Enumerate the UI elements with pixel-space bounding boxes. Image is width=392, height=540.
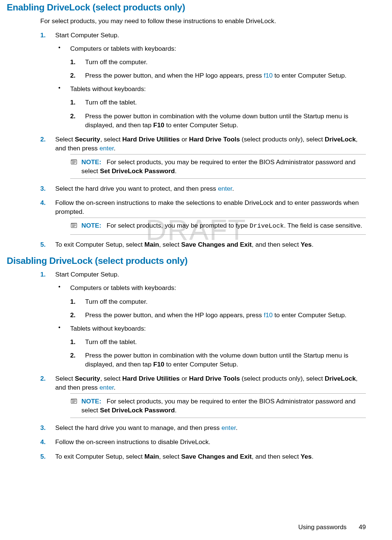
sub-step: 1. Turn off the tablet. — [70, 98, 366, 107]
note-label: NOTE: — [81, 397, 101, 405]
sub-step-number: 2. — [70, 351, 75, 360]
note-icon — [70, 158, 78, 168]
key-enter: enter — [99, 384, 113, 391]
step-text: To exit Computer Setup, select Main, sel… — [55, 241, 314, 248]
key-f10-bold: F10 — [153, 121, 165, 129]
key-f10: f10 — [264, 72, 273, 79]
step-number: 1. — [40, 270, 46, 279]
sub-step-text: Press the power button in combination wi… — [85, 352, 348, 368]
step-text: Start Computer Setup. — [55, 271, 119, 278]
sub-step-number: 1. — [70, 98, 75, 107]
step-text: Follow the on-screen instructions to mak… — [55, 199, 359, 215]
bullet-label: Tablets without keyboards: — [70, 85, 146, 93]
key-f10-bold: F10 — [153, 360, 165, 368]
note-text: NOTE:For select products, you may be pro… — [81, 221, 366, 231]
bullet-keyboard: Computers or tablets with keyboards: 1. … — [55, 283, 366, 319]
sub-step-number: 1. — [70, 337, 75, 346]
step-number: 2. — [40, 135, 46, 144]
key-enter: enter — [221, 424, 236, 431]
step-text: Select Security, select Hard Drive Utili… — [55, 135, 358, 152]
bullet-label: Computers or tablets with keyboards: — [70, 45, 176, 52]
sub-step: 1. Turn off the tablet. — [70, 337, 366, 346]
sub-step-text: Press the power button in combination wi… — [85, 112, 348, 129]
sub-step: 2. Press the power button, and when the … — [70, 71, 366, 80]
note-block: NOTE:For select products, you may be req… — [70, 393, 366, 418]
disable-step-2: 2. Select Security, select Hard Drive Ut… — [40, 374, 366, 418]
page-footer: Using passwords 49 — [298, 524, 366, 531]
sub-step: 2. Press the power button in combination… — [70, 112, 366, 129]
key-enter: enter — [218, 185, 232, 192]
enable-step-2: 2. Select Security, select Hard Drive Ut… — [40, 135, 366, 179]
heading-enabling: Enabling DriveLock (select products only… — [7, 2, 366, 13]
note-label: NOTE: — [81, 158, 101, 166]
disable-step-5: 5. To exit Computer Setup, select Main, … — [40, 452, 366, 461]
step-text: To exit Computer Setup, select Main, sel… — [55, 453, 314, 460]
step-text: Select the hard drive you want to protec… — [55, 185, 234, 192]
mono-drivelock: DriveLock — [250, 222, 284, 230]
bullet-label: Tablets without keyboards: — [70, 325, 146, 332]
step-number: 5. — [40, 452, 46, 461]
disable-step-4: 4. Follow the on-screen instructions to … — [40, 437, 366, 446]
note-icon — [70, 222, 78, 231]
sub-step-number: 1. — [70, 297, 75, 306]
heading-disabling: Disabling DriveLock (select products onl… — [7, 256, 366, 266]
step-text: Select the hard drive you want to manage… — [55, 424, 237, 431]
step-text: Follow the on-screen instructions to dis… — [55, 438, 211, 446]
step-number: 5. — [40, 240, 46, 249]
sub-step-text: Turn off the computer. — [85, 298, 147, 305]
sub-step-text: Turn off the tablet. — [85, 99, 137, 106]
sub-step: 2. Press the power button, and when the … — [70, 310, 366, 319]
step-number: 4. — [40, 437, 46, 446]
step-number: 3. — [40, 184, 46, 193]
enable-step-4: 4. Follow the on-screen instructions to … — [40, 198, 366, 235]
sub-step-text: Turn off the tablet. — [85, 338, 137, 346]
enable-step-5: 5. To exit Computer Setup, select Main, … — [40, 240, 366, 249]
note-block: NOTE:For select products, you may be pro… — [70, 218, 366, 235]
step-text: Select Security, select Hard Drive Utili… — [55, 375, 358, 391]
bullet-tablet: Tablets without keyboards: 1. Turn off t… — [55, 324, 366, 369]
note-label: NOTE: — [81, 222, 101, 229]
step-number: 4. — [40, 198, 46, 207]
note-block: NOTE:For select products, you may be req… — [70, 154, 366, 179]
disable-step-3: 3. Select the hard drive you want to man… — [40, 423, 366, 432]
key-enter: enter — [99, 144, 113, 152]
bullet-tablet: Tablets without keyboards: 1. Turn off t… — [55, 84, 366, 129]
footer-section: Using passwords — [298, 524, 346, 531]
sub-step-number: 2. — [70, 310, 75, 319]
sub-step-number: 2. — [70, 112, 75, 121]
sub-step: 1. Turn off the computer. — [70, 57, 366, 66]
bullet-keyboard: Computers or tablets with keyboards: 1. … — [55, 44, 366, 80]
disable-step-1: 1. Start Computer Setup. Computers or ta… — [40, 270, 366, 369]
key-f10: f10 — [264, 311, 273, 319]
page-number: 49 — [359, 524, 366, 531]
note-text: NOTE:For select products, you may be req… — [81, 157, 366, 175]
step-text: Start Computer Setup. — [55, 31, 119, 39]
note-text: NOTE:For select products, you may be req… — [81, 397, 366, 415]
sub-step-text: Turn off the computer. — [85, 58, 147, 66]
enable-step-1: 1. Start Computer Setup. Computers or ta… — [40, 31, 366, 129]
sub-step: 1. Turn off the computer. — [70, 297, 366, 306]
step-number: 2. — [40, 374, 46, 383]
enable-step-3: 3. Select the hard drive you want to pro… — [40, 184, 366, 193]
sub-step-number: 2. — [70, 71, 75, 80]
bullet-label: Computers or tablets with keyboards: — [70, 284, 176, 291]
step-number: 3. — [40, 423, 46, 432]
enabling-intro: For select products, you may need to fol… — [40, 16, 366, 25]
sub-step-number: 1. — [70, 57, 75, 66]
sub-step-text: Press the power button, and when the HP … — [85, 311, 346, 319]
note-icon — [70, 397, 78, 407]
sub-step: 2. Press the power button in combination… — [70, 351, 366, 369]
step-number: 1. — [40, 31, 46, 40]
sub-step-text: Press the power button, and when the HP … — [85, 72, 346, 79]
